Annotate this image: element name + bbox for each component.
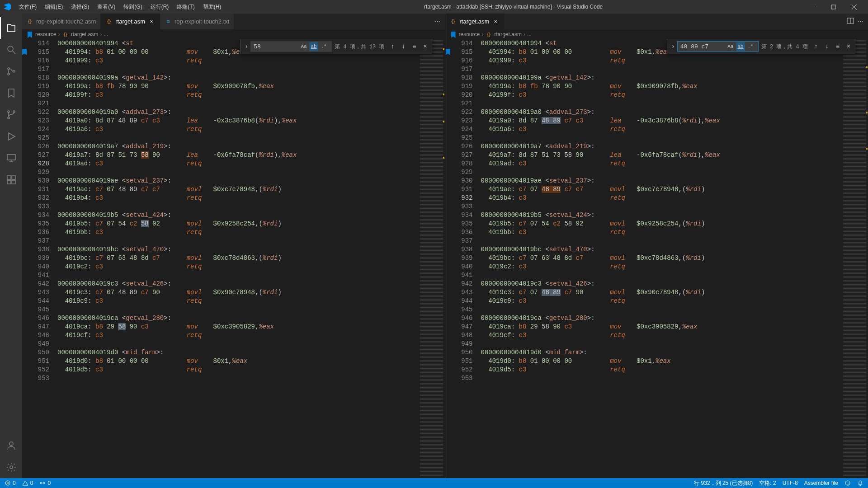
svg-rect-12 [12,180,15,184]
svg-point-13 [9,442,13,446]
find-prev-icon[interactable]: ↑ [811,42,821,51]
find-widget-left: › Aa ab .* 第 4 项，共 13 项 ↑ ↓ ≡ × [240,39,432,54]
crumb-file[interactable]: rtarget.asm [494,31,522,38]
status-bar: 0 0 0 行 932，列 25 (已选择8) 空格: 2 UTF-8 Asse… [0,478,868,488]
explorer-icon[interactable] [0,17,22,39]
run-debug-icon[interactable] [0,126,22,147]
gutter-left: 9149159169179189199209219229239249259269… [28,39,57,478]
find-close-icon[interactable]: × [421,42,430,51]
crumb-more[interactable]: ... [527,31,532,38]
tab-rop-exploit-txt[interactable]: 🗎 rop-exploit-touch2.txt [160,14,234,29]
svg-rect-11 [7,180,11,184]
svg-rect-10 [12,176,15,179]
close-icon[interactable]: × [492,18,499,25]
git-branch-icon[interactable] [0,104,22,126]
menu-view[interactable]: 查看(V) [94,1,119,13]
bookmark-icon [446,49,450,55]
menu-edit[interactable]: 编辑(E) [41,1,66,13]
bookmark-icon [451,32,456,38]
status-language[interactable]: Assembler file [804,480,838,486]
menu-help[interactable]: 帮助(H) [199,1,225,13]
menu-bar: 文件(F) 编辑(E) 选择(S) 查看(V) 转到(G) 运行(R) 终端(T… [15,1,225,13]
status-encoding[interactable]: UTF-8 [783,480,798,486]
menu-run[interactable]: 运行(R) [147,1,173,13]
tab-bar-right: {} rtarget.asm × ⋯ [445,14,868,29]
find-close-icon[interactable]: × [844,42,853,51]
tab-rtarget-asm[interactable]: {} rtarget.asm × [445,14,505,29]
crumb-folder[interactable]: resource [35,31,57,38]
status-bell-icon[interactable] [857,480,863,486]
editor-left[interactable]: › Aa ab .* 第 4 项，共 13 项 ↑ ↓ ≡ × [22,39,445,478]
status-cursor[interactable]: 行 932，列 25 (已选择8) [694,479,753,487]
more-actions-icon[interactable]: ⋯ [434,18,440,25]
settings-gear-icon[interactable] [0,456,22,478]
tab-bar-left: {} rop-exploit-touch2.asm {} rtarget.asm… [22,14,445,29]
svg-rect-0 [831,5,835,9]
asm-file-icon: {} [62,31,69,38]
whole-word-icon[interactable]: ab [736,42,745,51]
find-widget-right: › Aa ab .* 第 2 项，共 4 项 ↑ ↓ ≡ × [667,39,855,54]
status-warnings[interactable]: 0 [22,480,33,486]
find-next-icon[interactable]: ↓ [399,42,408,51]
chevron-right-icon: › [481,31,483,38]
find-expand-toggle[interactable]: › [242,39,250,54]
match-case-icon[interactable]: Aa [726,42,735,51]
maximize-button[interactable] [823,0,844,14]
remote-icon[interactable] [0,147,22,169]
svg-point-4 [13,70,15,72]
whole-word-icon[interactable]: ab [309,42,318,51]
minimap-left[interactable] [418,39,445,478]
extensions-icon[interactable] [0,169,22,191]
crumb-more[interactable]: ... [104,31,108,38]
find-prev-icon[interactable]: ↑ [388,42,397,51]
find-filter-icon[interactable]: ≡ [410,42,419,51]
find-count: 第 4 项，共 13 项 [335,43,384,51]
find-next-icon[interactable]: ↓ [822,42,831,51]
menu-go[interactable]: 转到(G) [120,1,146,13]
status-errors[interactable]: 0 [5,480,16,486]
minimize-button[interactable] [802,0,823,14]
source-control-icon[interactable] [0,61,22,82]
find-count: 第 2 项，共 4 项 [761,43,808,51]
title-bar: 文件(F) 编辑(E) 选择(S) 查看(V) 转到(G) 运行(R) 终端(T… [0,0,868,14]
bookmarks-icon[interactable] [0,82,22,104]
more-actions-icon[interactable]: ⋯ [858,18,863,25]
menu-selection[interactable]: 选择(S) [67,1,93,13]
window-title: rtarget.asm - attacklab [SSH: zhiyiyo-vi… [225,4,802,10]
minimap-right[interactable] [841,39,868,478]
code-right[interactable]: 0000000000401994 <st 401994: b8 01 00 00… [481,39,841,478]
status-ports[interactable]: 0 [39,480,51,486]
asm-file-icon: {} [485,31,492,38]
menu-file[interactable]: 文件(F) [15,1,40,13]
regex-icon[interactable]: .* [746,42,755,51]
breadcrumbs-right[interactable]: resource › {} rtarget.asm › ... [445,29,868,39]
chevron-right-icon: › [58,31,60,38]
tab-rop-exploit-asm[interactable]: {} rop-exploit-touch2.asm [22,14,101,29]
split-editor-icon[interactable] [847,17,854,26]
menu-terminal[interactable]: 终端(T) [173,1,198,13]
gutter-right: 9149159169179189199209219229239249259269… [452,39,481,478]
search-icon[interactable] [0,39,22,61]
asm-file-icon: {} [450,18,457,25]
vscode-icon [4,3,11,10]
crumb-folder[interactable]: resource [459,31,480,38]
activity-bar [0,14,22,478]
editor-right[interactable]: › Aa ab .* 第 2 项，共 4 项 ↑ ↓ ≡ × [445,39,868,478]
tab-label: rtarget.asm [460,18,490,25]
find-expand-toggle[interactable]: › [669,39,677,54]
chevron-right-icon: › [524,31,525,38]
crumb-file[interactable]: rtarget.asm [71,31,99,38]
close-button[interactable] [844,0,864,14]
match-case-icon[interactable]: Aa [299,42,308,51]
status-indent[interactable]: 空格: 2 [759,479,776,487]
tab-rtarget-asm[interactable]: {} rtarget.asm × [101,14,160,29]
find-filter-icon[interactable]: ≡ [833,42,842,51]
account-icon[interactable] [0,435,22,456]
regex-icon[interactable]: .* [319,42,328,51]
breadcrumbs-left[interactable]: resource › {} rtarget.asm › ... [22,29,445,39]
chevron-right-icon: › [100,31,102,38]
status-feedback-icon[interactable] [844,480,851,486]
close-icon[interactable]: × [148,18,155,25]
code-left[interactable]: 0000000000401994 <st 401994: b8 01 00 00… [57,39,418,478]
asm-file-icon: {} [26,18,33,25]
